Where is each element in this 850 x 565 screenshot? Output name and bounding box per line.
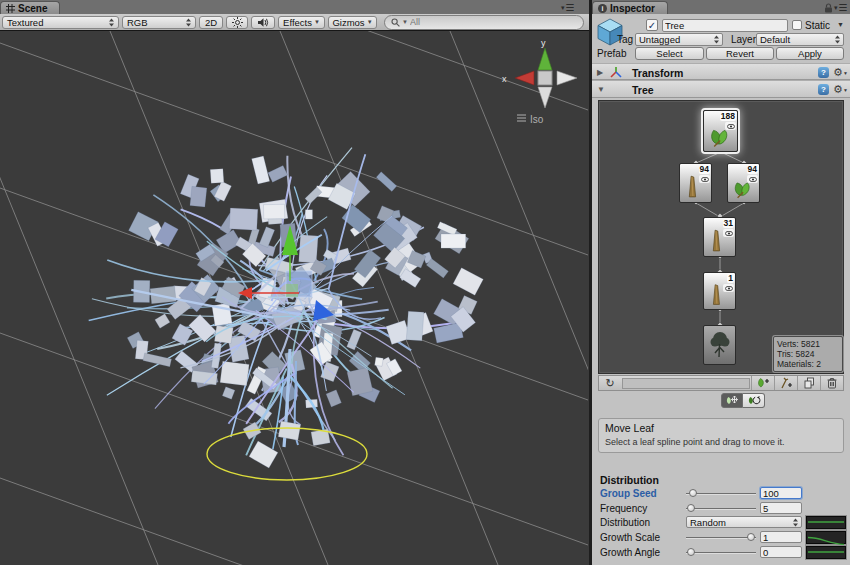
- tree-node-branch-group-31[interactable]: 31: [703, 217, 736, 257]
- neg-x-axis-cone[interactable]: [557, 71, 577, 85]
- tree-component-header[interactable]: ▼ Tree ? ⚙▼: [592, 80, 850, 98]
- rotate-leaf-tool-button[interactable]: [743, 393, 765, 408]
- tag-dropdown[interactable]: Untagged: [635, 33, 723, 46]
- search-input[interactable]: [410, 17, 577, 27]
- tab-inspector[interactable]: i Inspector: [592, 1, 668, 14]
- growth-angle-input[interactable]: [760, 546, 802, 558]
- move-leaf-tool-button[interactable]: [721, 393, 743, 408]
- active-checkbox[interactable]: ✓: [646, 19, 658, 31]
- group-seed-input[interactable]: [760, 487, 802, 499]
- help-icon[interactable]: ?: [818, 67, 829, 78]
- distribution-curve-preview[interactable]: [806, 516, 846, 529]
- move-leaf-icon: [725, 395, 739, 406]
- add-leaf-group-button[interactable]: [751, 376, 774, 390]
- gameobject-name-input[interactable]: [662, 19, 788, 32]
- growth-angle-curve-preview[interactable]: [806, 546, 846, 559]
- render-mode-dropdown[interactable]: Textured: [2, 16, 119, 29]
- layer-dropdown[interactable]: Default: [756, 33, 844, 46]
- chevron-down-icon: ▼: [367, 19, 373, 25]
- mesh-stats-tooltip: Verts: 5821 Tris: 5824 Materials: 2: [773, 336, 843, 372]
- growth-scale-curve-preview[interactable]: [806, 531, 846, 544]
- tree-node-branch-group-1[interactable]: 1: [703, 272, 736, 310]
- search-filter-arrow-icon[interactable]: ▼: [402, 19, 408, 25]
- scene-search-field[interactable]: ▼: [384, 15, 584, 30]
- group-seed-label[interactable]: Group Seed: [600, 488, 657, 499]
- tree-node-leaf-group-188[interactable]: 188: [703, 110, 738, 152]
- delete-node-button[interactable]: [820, 376, 843, 390]
- hamburger-icon: [517, 115, 526, 121]
- effects-dropdown[interactable]: Effects ▼: [278, 16, 325, 29]
- move-gizmo-plane-handle[interactable]: [286, 284, 298, 297]
- node-count-badge: 188: [720, 112, 736, 121]
- prefab-revert-button[interactable]: Revert: [706, 47, 774, 60]
- tree-node-leaf-group-94[interactable]: 94: [727, 163, 760, 203]
- updown-arrow-icon: [835, 35, 840, 44]
- y-axis-cone[interactable]: [538, 48, 552, 70]
- growth-scale-label[interactable]: Growth Scale: [600, 532, 660, 543]
- inspector-tab-options[interactable]: ▾ ☰: [824, 2, 847, 13]
- growth-angle-label[interactable]: Growth Angle: [600, 547, 660, 558]
- updown-arrow-icon: [109, 18, 114, 27]
- slider-knob[interactable]: [689, 489, 697, 497]
- group-seed-row: Group Seed: [592, 487, 850, 500]
- gizmos-dropdown[interactable]: Gizmos ▼: [328, 16, 377, 29]
- tris-stat: Tris: 5824: [777, 349, 839, 359]
- add-branch-icon: [780, 377, 793, 389]
- foldout-expanded-icon[interactable]: ▼: [597, 85, 605, 94]
- frequency-label[interactable]: Frequency: [600, 503, 647, 514]
- render-mode-label: Textured: [7, 17, 43, 28]
- distribution-value: Random: [690, 517, 726, 528]
- foldout-collapsed-icon[interactable]: ▶: [597, 68, 603, 77]
- group-seed-slider[interactable]: [686, 487, 756, 500]
- static-dropdown-arrow-icon[interactable]: ▼: [837, 21, 844, 28]
- toggle-2d-button[interactable]: 2D: [199, 16, 223, 29]
- neg-y-axis-cone[interactable]: [538, 87, 552, 108]
- duplicate-node-button[interactable]: [797, 376, 820, 390]
- unity-editor-window: Scene ▾ ☰ Textured RGB 2D: [0, 0, 850, 565]
- tab-scene[interactable]: Scene: [0, 1, 60, 14]
- projection-label[interactable]: Iso: [530, 114, 544, 125]
- prefab-select-button[interactable]: Select: [635, 47, 704, 60]
- speaker-icon: [257, 17, 269, 28]
- color-mode-dropdown[interactable]: RGB: [122, 16, 196, 29]
- add-branch-group-button[interactable]: [774, 376, 797, 390]
- prefab-apply-button[interactable]: Apply: [776, 47, 844, 60]
- slider-knob[interactable]: [747, 533, 755, 541]
- growth-scale-slider[interactable]: [686, 531, 756, 544]
- refresh-button[interactable]: ↻: [599, 376, 621, 390]
- lock-icon[interactable]: [824, 3, 833, 13]
- axis-x-label: x: [502, 74, 507, 84]
- transform-component-header[interactable]: ▶ Transform ? ⚙▼: [592, 63, 850, 80]
- frequency-slider[interactable]: [686, 502, 756, 515]
- audio-toggle-button[interactable]: [251, 16, 275, 29]
- gear-icon[interactable]: ⚙▼: [833, 83, 848, 97]
- lighting-toggle-button[interactable]: [226, 16, 248, 29]
- scene-viewport[interactable]: y x Iso: [0, 31, 589, 565]
- node-count-badge: 94: [747, 165, 758, 174]
- help-icon[interactable]: ?: [818, 84, 829, 95]
- leaf-icon: [707, 125, 731, 149]
- static-checkbox[interactable]: [792, 20, 802, 30]
- node-count-badge: 1: [727, 274, 734, 283]
- scene-render: y x Iso: [0, 31, 588, 565]
- gear-icon[interactable]: ⚙▼: [833, 66, 848, 80]
- slider-knob[interactable]: [687, 548, 695, 556]
- distribution-dropdown[interactable]: Random: [686, 516, 802, 528]
- tree-node-branch-group-94[interactable]: 94: [679, 163, 712, 203]
- growth-angle-slider[interactable]: [686, 546, 756, 559]
- growth-scale-input[interactable]: [760, 531, 802, 543]
- prefab-label: Prefab: [597, 48, 626, 59]
- x-axis-cone[interactable]: [515, 71, 534, 85]
- node-graph-toolbar: ↻: [598, 375, 844, 391]
- frequency-input[interactable]: [760, 502, 802, 514]
- orientation-cube[interactable]: [538, 71, 552, 85]
- orientation-gizmo[interactable]: y x Iso: [502, 38, 577, 125]
- chevron-down-icon: ▾: [834, 4, 838, 12]
- tool-hint-description: Select a leaf spline point and drag to m…: [605, 437, 837, 447]
- tree-node-graph[interactable]: 188 94 94: [598, 100, 844, 374]
- distribution-label[interactable]: Distribution: [600, 517, 650, 528]
- verts-stat: Verts: 5821: [777, 339, 839, 349]
- tree-node-root[interactable]: [703, 325, 736, 365]
- scene-tab-options[interactable]: ▾ ☰: [561, 2, 574, 13]
- slider-knob[interactable]: [687, 504, 695, 512]
